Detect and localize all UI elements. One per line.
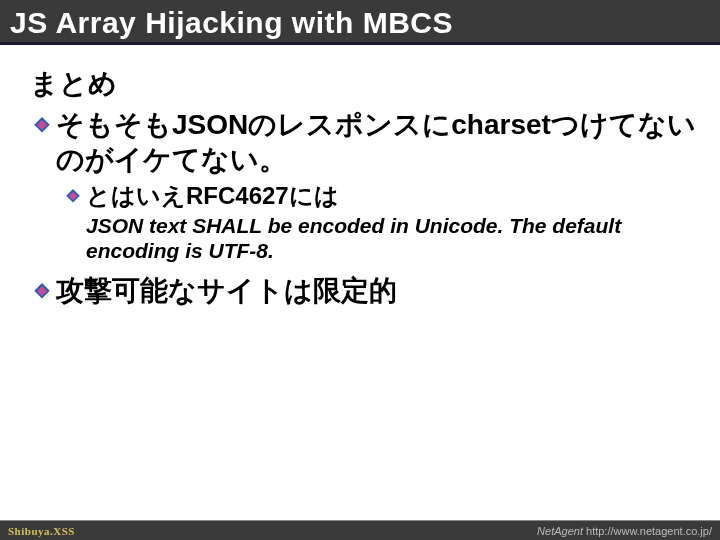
slide-body: まとめ そもそもJSONのレスポンスにcharsetつけてないのがイケてない。 … [0,45,720,540]
diamond-bullet-icon [34,117,50,133]
bullet-level-1: 攻撃可能なサイトは限定的 [30,273,700,308]
footer-bar: Shibuya.XSS NetAgent http://www.netagent… [0,520,720,540]
diamond-bullet-icon [66,189,80,203]
slide-title: JS Array Hijacking with MBCS [10,6,710,40]
footer-right: NetAgent http://www.netagent.co.jp/ [537,525,712,537]
bullet-1b-text: 攻撃可能なサイトは限定的 [56,273,397,308]
rfc-quote: JSON text SHALL be encoded in Unicode. T… [86,213,670,263]
footer-brand: NetAgent [537,525,583,537]
footer-url: http://www.netagent.co.jp/ [583,525,712,537]
bullet-level-2: とはいえRFC4627には [66,181,700,211]
bullet-1-text: そもそもJSONのレスポンスにcharsetつけてないのがイケてない。 [56,107,700,177]
diamond-bullet-icon [34,283,50,299]
footer-left: Shibuya.XSS [8,525,75,537]
title-bar: JS Array Hijacking with MBCS [0,0,720,45]
bullet-level-1: そもそもJSONのレスポンスにcharsetつけてないのがイケてない。 [30,107,700,177]
bullet-2-text: とはいえRFC4627には [86,181,339,211]
slide: JS Array Hijacking with MBCS まとめ そもそもJSO… [0,0,720,540]
summary-heading: まとめ [30,65,700,103]
